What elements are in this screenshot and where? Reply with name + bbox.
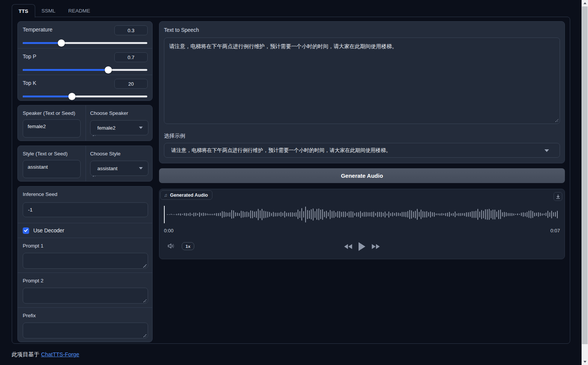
waveform-bar <box>432 212 433 216</box>
download-audio-button[interactable] <box>554 192 562 201</box>
waveform-bar <box>392 212 393 216</box>
waveform-bar <box>402 212 402 217</box>
waveform-bar <box>290 212 291 217</box>
waveform-bar <box>169 214 170 215</box>
example-select-dropdown[interactable]: 请注意，电梯将在下午两点进行例行维护，预计需要一个小时的时间，请大家在此期间使用… <box>164 143 560 158</box>
speaker-text-label: Speaker (Text or Seed) <box>23 110 75 116</box>
waveform-bar <box>447 213 448 216</box>
waveform-bar <box>228 213 228 216</box>
main-column: Text to Speech 请注意，电梯将在下午两点进行例行维护，预计需要一个… <box>159 21 565 259</box>
waveform-bar <box>459 213 459 216</box>
waveform[interactable] <box>164 201 560 228</box>
waveform-bar <box>373 211 374 217</box>
waveform-bar <box>532 211 533 218</box>
prompt1-input[interactable] <box>23 253 148 269</box>
waveform-bar <box>224 211 225 217</box>
playhead-cursor[interactable] <box>164 206 165 223</box>
waveform-bar <box>265 211 266 218</box>
waveform-bar <box>212 214 213 215</box>
top-k-value-input[interactable] <box>114 79 148 89</box>
waveform-bar <box>512 213 512 216</box>
play-icon <box>358 242 366 251</box>
top-k-slider[interactable] <box>23 92 147 100</box>
style-text-input[interactable]: assistant <box>23 160 81 178</box>
waveform-bar <box>190 213 190 216</box>
top-p-slider[interactable] <box>23 66 147 74</box>
waveform-bar <box>222 211 223 218</box>
waveform-bar <box>370 212 370 216</box>
prefix-input[interactable] <box>23 323 148 338</box>
slider-fill <box>23 69 108 71</box>
sampling-sliders-panel: Temperature Top P Top K <box>17 21 153 101</box>
waveform-bar <box>339 211 340 218</box>
divider <box>86 146 86 181</box>
waveform-bar <box>216 213 217 216</box>
waveform-bar <box>182 214 183 215</box>
playback-speed-button[interactable]: 1x <box>182 242 194 250</box>
skip-back-button[interactable] <box>344 244 352 249</box>
top-p-value-input[interactable] <box>114 52 148 62</box>
waveform-bar <box>496 211 497 217</box>
waveform-bar <box>279 213 279 216</box>
waveform-bar <box>472 211 473 218</box>
waveform-bar <box>324 211 325 217</box>
waveform-bar <box>415 211 416 218</box>
waveform-bar <box>345 211 346 217</box>
waveform-bar <box>203 213 204 216</box>
top-p-label: Top P <box>23 53 36 60</box>
tab-readme[interactable]: README <box>62 4 97 17</box>
temperature-slider[interactable] <box>23 39 147 47</box>
waveform-bar <box>371 212 372 217</box>
choose-speaker-dropdown[interactable]: female2 <box>90 120 148 135</box>
waveform-bar <box>504 212 505 217</box>
waveform-bar <box>303 211 304 218</box>
waveform-bar <box>184 213 185 216</box>
waveform-bar <box>481 210 482 219</box>
style-text-label: Style (Text or Seed) <box>23 151 68 157</box>
waveform-bar <box>476 211 476 218</box>
temperature-value-input[interactable] <box>114 25 148 35</box>
generate-audio-button[interactable]: Generate Audio <box>159 168 565 183</box>
waveform-bar <box>466 212 467 217</box>
slider-handle[interactable] <box>68 93 75 100</box>
waveform-bar <box>343 211 344 217</box>
choose-style-dropdown[interactable]: assistant <box>90 161 148 176</box>
waveform-bar <box>441 213 442 216</box>
skip-forward-button[interactable] <box>371 244 380 249</box>
scrollbar-thumb[interactable] <box>582 6 588 344</box>
waveform-bar <box>426 211 427 218</box>
player-controls: 1x <box>164 241 560 252</box>
waveform-bar <box>385 211 385 218</box>
play-button[interactable] <box>358 242 366 251</box>
waveform-bar <box>352 211 353 218</box>
text-to-speech-input[interactable]: 请注意，电梯将在下午两点进行例行维护，预计需要一个小时的时间，请大家在此期间使用… <box>164 38 560 124</box>
waveform-bar <box>264 211 264 218</box>
generated-audio-tag-label: Generated Audio <box>170 193 208 198</box>
waveform-bar <box>483 211 484 218</box>
parameters-column: Temperature Top P Top K <box>17 21 153 342</box>
slider-handle[interactable] <box>58 39 65 47</box>
scroll-down-button[interactable] <box>582 359 588 365</box>
waveform-bar <box>419 212 420 217</box>
prompt2-label: Prompt 2 <box>23 278 44 284</box>
waveform-bar <box>519 214 520 215</box>
volume-button[interactable] <box>167 242 176 251</box>
waveform-bar <box>354 213 355 216</box>
slider-handle[interactable] <box>105 66 112 74</box>
chattts-forge-link[interactable]: ChatTTS-Forge <box>41 351 80 357</box>
tab-tts[interactable]: TTS <box>12 4 35 17</box>
waveform-bar <box>301 208 302 221</box>
vertical-scrollbar[interactable] <box>582 0 588 365</box>
inference-seed-input[interactable] <box>23 202 148 217</box>
waveform-bar <box>326 211 327 218</box>
prompt2-input[interactable] <box>23 288 148 304</box>
waveform-bar <box>430 211 431 218</box>
waveform-bar <box>192 214 192 215</box>
tab-ssml[interactable]: SSML <box>35 4 62 17</box>
use-decoder-checkbox[interactable] <box>23 227 29 234</box>
scroll-up-button[interactable] <box>582 0 588 6</box>
choose-speaker-label: Choose Speaker <box>90 110 128 116</box>
slider-fill <box>23 42 61 44</box>
speaker-text-input[interactable]: female2 <box>23 119 81 138</box>
example-selected-value: 请注意，电梯将在下午两点进行例行维护，预计需要一个小时的时间，请大家在此期间使用… <box>171 147 391 154</box>
